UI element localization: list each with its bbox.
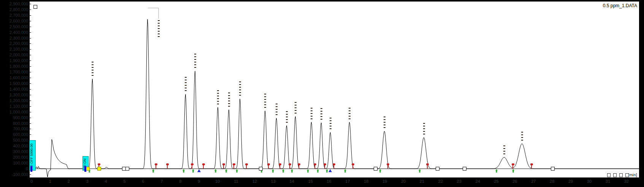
y-tick-mark — [30, 106, 31, 107]
x-tick-label: 25 — [494, 179, 498, 184]
peak-retention-label-dash — [384, 119, 385, 120]
y-tick-label: 1,800,000 — [1, 64, 28, 69]
red-flag-stem — [233, 165, 234, 169]
peak-end-marker — [352, 163, 354, 169]
y-tick-mark — [30, 118, 31, 118]
peak-retention-label-dash — [194, 54, 196, 54]
peak-retention-label-dash — [311, 108, 312, 109]
red-flag-stem — [223, 165, 224, 169]
x-tick-label: 28 — [550, 179, 554, 184]
peak-retention-label-dash — [185, 88, 187, 88]
red-flag-stem — [298, 165, 299, 169]
peak-retention-label-dash — [349, 113, 351, 114]
peak-retention-label-dash — [286, 117, 288, 117]
peak-retention-label-dash — [276, 104, 278, 104]
peak-callout-bracket — [148, 8, 159, 19]
y-tick-label: 0 — [1, 167, 28, 171]
peak-retention-label-dash — [295, 102, 297, 103]
y-tick-mark — [30, 15, 31, 16]
peak-retention-label-dash — [185, 77, 187, 78]
peak-retention-label-dash — [423, 123, 425, 124]
missing-glyph-box — [625, 173, 629, 177]
peak-end-marker — [233, 163, 235, 169]
peak-retention-label-dash — [384, 127, 385, 128]
peak-retention-label-dash — [92, 62, 94, 62]
peak-retention-label-dash — [330, 123, 332, 124]
x-tick-label: 26 — [512, 179, 517, 184]
y-tick-label: 1,200,000 — [1, 98, 28, 102]
baseline-square-marker — [551, 167, 555, 171]
y-tick-label: 1,700,000 — [1, 70, 28, 74]
red-flag-stem — [246, 165, 247, 169]
peak-end-marker — [267, 163, 270, 169]
peak-end-marker — [512, 163, 514, 169]
peak-retention-label-dash — [194, 62, 196, 62]
peak-retention-label-dash — [311, 118, 312, 119]
peak-retention-label-dash — [423, 131, 425, 132]
peak-end-marker — [202, 163, 205, 169]
y-tick-mark — [30, 89, 31, 90]
peak-retention-label-dash — [521, 134, 523, 135]
x-tick-label: 11 — [234, 179, 238, 184]
y-tick-mark — [30, 129, 31, 129]
x-tick-label: 7 — [160, 179, 163, 184]
red-flag-stem — [279, 165, 280, 169]
peak-retention-label-dash — [320, 119, 322, 120]
x-tick-label: 2 — [68, 179, 70, 184]
peak-retention-label-dash — [264, 107, 266, 108]
peak-retention-label-dash — [349, 108, 351, 109]
peak-retention-label-dash — [276, 109, 278, 110]
y-tick-label: 2,900,000 — [1, 2, 28, 6]
peak-retention-label-dash — [521, 137, 523, 138]
y-tick-label: 700,000 — [1, 127, 28, 131]
x-tick-label: 6 — [142, 179, 144, 184]
x-tick-label: 21 — [420, 179, 424, 184]
y-tick-mark — [30, 32, 31, 33]
peak-retention-label-dash — [286, 119, 288, 120]
peak-retention-label-dash — [349, 110, 351, 111]
missing-glyph-box — [613, 173, 617, 177]
peak-retention-label-dash — [217, 101, 219, 102]
peak-retention-label-dash — [276, 106, 278, 107]
yellow-event-square — [86, 167, 90, 171]
red-flag-stem — [155, 165, 156, 169]
x-tick-label: 13 — [271, 179, 276, 184]
x-tick-label: 17 — [345, 179, 350, 184]
red-flag-stem — [268, 165, 269, 169]
peak-retention-label-dash — [320, 111, 322, 112]
peak-end-marker — [279, 163, 281, 169]
y-tick-label: 1,100,000 — [1, 104, 28, 108]
y-tick-mark — [30, 4, 31, 4]
peak-retention-label-dash — [503, 145, 505, 146]
peak-retention-label-dash — [228, 98, 230, 99]
y-tick-label: 2,500,000 — [1, 24, 28, 29]
peak-retention-label-dash — [228, 93, 230, 93]
y-tick-mark — [30, 43, 31, 44]
y-tick-label: 200,000 — [1, 155, 28, 160]
peak-retention-label-dash — [286, 122, 288, 123]
peak-retention-label-dash — [239, 95, 241, 96]
peak-retention-label-dash — [311, 113, 312, 114]
peak-retention-label-dash — [286, 114, 288, 115]
peak-retention-label-dash — [158, 28, 160, 29]
y-tick-label: 2,600,000 — [1, 19, 28, 23]
peak-retention-label-dash — [239, 87, 241, 88]
y-tick-label: 1,900,000 — [1, 59, 28, 63]
peak-retention-label-dash — [264, 94, 266, 94]
y-tick-mark — [30, 61, 31, 61]
y-tick-mark — [30, 66, 31, 67]
peak-retention-label-dash — [92, 67, 94, 68]
baseline-square-marker — [125, 167, 129, 171]
peak-retention-label-dash — [228, 101, 230, 101]
chromatogram-trace — [0, 0, 644, 187]
red-flag-stem — [167, 165, 168, 169]
red-flag-stem — [512, 165, 513, 169]
x-tick-label: 15 — [308, 179, 312, 184]
red-flag-stem — [324, 165, 325, 169]
peak-retention-label-dash — [330, 126, 332, 126]
y-tick-label: 1,000,000 — [1, 110, 28, 114]
event-time-bar — [30, 166, 32, 172]
x-tick-label: 24 — [475, 179, 480, 184]
red-flag-stem — [387, 165, 388, 169]
y-tick-label: 400,000 — [1, 144, 28, 148]
